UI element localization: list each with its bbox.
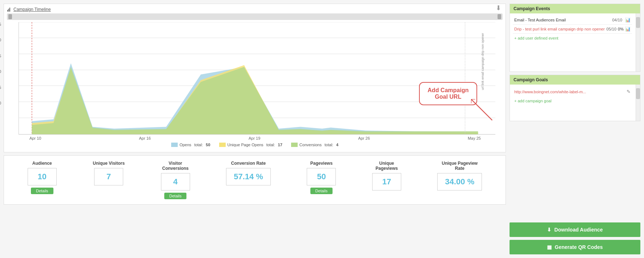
stat-pageviews: Pageviews 50 Details (307, 161, 336, 194)
stat-value-visitor-conversions: 4 (161, 173, 190, 191)
event-chart-icon-1[interactable]: 📊 (625, 17, 631, 22)
stat-unique-pageviews: UniquePageviews 17 (372, 161, 401, 191)
legend-unique-opens: Unique Page Opens total: 17 (219, 143, 282, 147)
stat-label-pageviews: Pageviews (310, 161, 333, 166)
stat-label-visitor-conversions: VisitorConversions (162, 161, 189, 171)
stat-value-unique-pageview-rate: 34.00 % (437, 173, 482, 191)
svg-rect-1 (8, 9, 9, 12)
y-axis-labels: 0 5 10 15 20 25 30 35 (0, 22, 1, 140)
stat-audience: Audience 10 Details (28, 161, 57, 194)
event-name-2: Drip - test purl link email campaign dri… (514, 27, 607, 31)
stat-visitor-conversions: VisitorConversions 4 Details (161, 161, 190, 199)
download-icon-top[interactable]: ⬇ (496, 4, 501, 12)
stat-unique-pageview-rate: Unique PageviewRate 34.00 % (437, 161, 482, 191)
event-chart-icon-2[interactable]: 📊 (625, 26, 631, 32)
legend-color-unique-opens (219, 143, 226, 147)
goal-row-1: http://www.boingnet.com/white-label-m...… (513, 87, 632, 97)
download-audience-button[interactable]: ⬇ Download Audience (510, 222, 640, 237)
event-date-2: 05/10 (607, 27, 617, 31)
event-row-2: Drip - test purl link email campaign dri… (513, 25, 632, 34)
event-date-1: 04/10 (612, 18, 622, 22)
svg-line-16 (471, 99, 492, 120)
campaign-events-panel: Campaign Events Email - Test Audiences E… (510, 4, 640, 72)
callout-box: Add Campaign Goal URL (419, 82, 477, 105)
campaign-events-header: Campaign Events (510, 4, 640, 13)
campaign-goals-panel: Campaign Goals http://www.boingnet.com/w… (510, 75, 640, 121)
goal-url-1[interactable]: http://www.boingnet.com/white-label-m... (514, 90, 586, 94)
svg-marker-14 (32, 67, 478, 134)
event-name-1: Email - Test Audiences Email (514, 18, 612, 22)
legend-color-opens (171, 143, 178, 147)
events-scrollbar-thumb[interactable] (636, 17, 640, 28)
stat-value-audience: 10 (28, 168, 57, 185)
event-pct-2: 0% (618, 27, 624, 31)
timeline-slider[interactable] (7, 13, 503, 20)
svg-rect-2 (9, 8, 10, 12)
legend-opens: Opens total: 50 (171, 143, 210, 147)
vertical-chart-label: url link email campaign drip non opener (481, 33, 484, 90)
timeline-title: Campaign Timeline (7, 7, 503, 12)
stats-section: Audience 10 Details Unique Visitors 7 Vi… (4, 155, 506, 205)
legend-color-conversions (291, 143, 298, 147)
stat-label-unique-pageview-rate: Unique PageviewRate (442, 161, 478, 171)
stat-value-unique-visitors: 7 (94, 168, 123, 185)
qr-icon: ▦ (547, 244, 552, 250)
stat-conversion-rate: Conversion Rate 57.14 % (226, 161, 271, 185)
stat-unique-visitors: Unique Visitors 7 (93, 161, 125, 185)
chart-legend: Opens total: 50 Unique Page Opens total:… (7, 140, 503, 149)
stat-label-conversion-rate: Conversion Rate (231, 161, 266, 166)
goals-scrollbar-thumb[interactable] (636, 88, 640, 99)
add-event-link[interactable]: + add user defined event (513, 34, 637, 42)
stat-value-conversion-rate: 57.14 % (226, 168, 271, 185)
slider-handle-right[interactable] (498, 14, 501, 19)
stats-grid: Audience 10 Details Unique Visitors 7 Vi… (11, 161, 498, 199)
details-btn-audience[interactable]: Details (31, 188, 53, 194)
details-btn-conversions[interactable]: Details (164, 193, 187, 199)
add-goal-link[interactable]: + add campaign goal (513, 97, 637, 105)
event-row-1: Email - Test Audiences Email 04/10 📊 (513, 16, 632, 25)
goals-scrollbar[interactable] (636, 85, 640, 121)
x-axis-labels: Apr 10 Apr 16 Apr 19 Apr 26 May 25 (19, 135, 495, 140)
legend-conversions: Conversions total: 4 (291, 143, 338, 147)
download-icon: ⬇ (547, 227, 551, 233)
stat-label-unique-visitors: Unique Visitors (93, 161, 125, 166)
svg-rect-0 (7, 10, 8, 12)
stat-label-unique-pageviews: UniquePageviews (375, 161, 398, 171)
details-btn-pageviews[interactable]: Details (310, 188, 333, 194)
stat-value-unique-pageviews: 17 (372, 173, 401, 191)
campaign-goals-header: Campaign Goals (510, 75, 640, 85)
edit-icon-1[interactable]: ✎ (627, 89, 631, 94)
stat-value-pageviews: 50 (307, 168, 336, 185)
stat-label-audience: Audience (32, 161, 52, 166)
events-scrollbar[interactable] (636, 13, 640, 71)
chart-area: url link email campaign drip non opener … (19, 22, 495, 135)
generate-qr-button[interactable]: ▦ Generate QR Codes (510, 240, 640, 254)
slider-handle-left[interactable] (8, 14, 12, 19)
